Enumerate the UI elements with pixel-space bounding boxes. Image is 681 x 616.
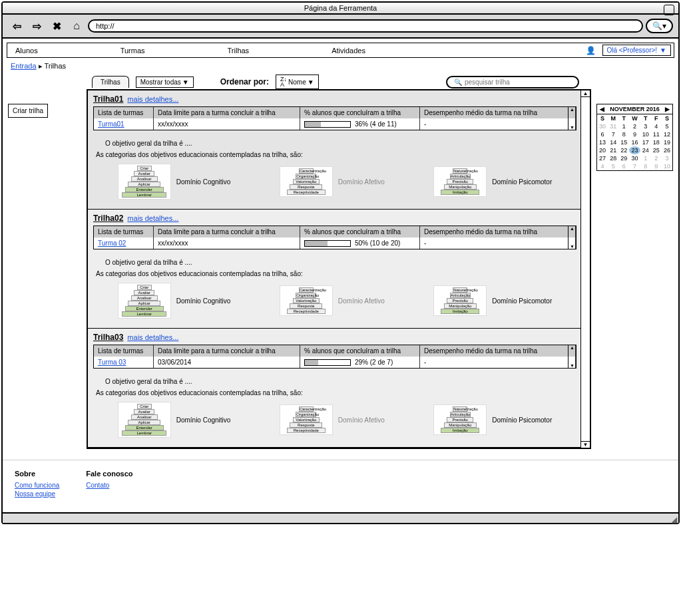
- browser-search-button[interactable]: 🔍▾: [646, 19, 673, 33]
- turma-link[interactable]: Turma01: [98, 120, 124, 128]
- nav-alunos[interactable]: Alunos: [7, 44, 46, 57]
- footer-como-funciona[interactable]: Como funciona: [15, 482, 59, 489]
- dominio-cognitivo-label: Domínio Cognitivo: [176, 178, 231, 186]
- cal-day[interactable]: 24: [640, 146, 651, 154]
- breadcrumb-entrada[interactable]: Entrada: [11, 62, 37, 70]
- turma-link[interactable]: Turma 02: [98, 239, 126, 247]
- th-desempenho: Desempenho médio da turma na trilha: [420, 345, 576, 357]
- filter-dropdown[interactable]: Mostrar todas▼: [136, 77, 194, 88]
- pyramid-icon: CaracterizaçãoOrganizaçãoValorizaçãoResp…: [280, 285, 333, 316]
- cal-day[interactable]: 18: [651, 138, 662, 146]
- th-deadline: Data limite para a turma concluir a tril…: [154, 226, 300, 237]
- mais-detalhes-link[interactable]: mais detalhes...: [127, 214, 178, 222]
- trilha-table: Lista de turmas Data limite para a turma…: [93, 345, 576, 369]
- cal-day-next[interactable]: 5: [608, 162, 618, 170]
- dominio-psicomotor-label: Domínio Psicomotor: [492, 416, 552, 424]
- footer-fale-heading: Fale conosco: [86, 470, 132, 478]
- cal-dow: F: [651, 114, 662, 122]
- back-button[interactable]: ⇦: [8, 17, 25, 35]
- cal-day[interactable]: 12: [662, 130, 672, 138]
- mais-detalhes-link[interactable]: mais detalhes...: [127, 95, 178, 103]
- sort-label: Ordenar por:: [220, 77, 269, 86]
- cal-day[interactable]: 30: [629, 154, 640, 162]
- cal-day-next[interactable]: 3: [662, 154, 672, 162]
- pyramid-icon: NaturalizaçãoArticulaçãoPrecisãoManipula…: [433, 404, 487, 435]
- forward-button[interactable]: ⇨: [28, 17, 45, 35]
- cal-day[interactable]: 14: [608, 138, 618, 146]
- cal-day-prev[interactable]: 30: [597, 122, 608, 130]
- cal-day[interactable]: 21: [608, 146, 618, 154]
- desempenho-value: -: [420, 118, 576, 130]
- cal-prev[interactable]: ◀: [600, 106, 604, 112]
- table-scrollbar[interactable]: [568, 107, 576, 130]
- cal-day[interactable]: 15: [618, 138, 629, 146]
- cal-day[interactable]: 9: [629, 130, 640, 138]
- breadcrumb-current: Trilhas: [44, 62, 66, 70]
- cal-day-next[interactable]: 6: [618, 162, 629, 170]
- cal-day-next[interactable]: 4: [597, 162, 608, 170]
- cal-day[interactable]: 19: [662, 138, 672, 146]
- cal-day[interactable]: 5: [662, 122, 672, 130]
- cal-day[interactable]: 2: [629, 122, 640, 130]
- cal-day[interactable]: 25: [651, 146, 662, 154]
- cal-day[interactable]: 10: [640, 130, 651, 138]
- cal-day-next[interactable]: 2: [651, 154, 662, 162]
- user-dropdown[interactable]: Olá <Professor>!▼: [602, 45, 672, 56]
- cal-day[interactable]: 1: [618, 122, 629, 130]
- tab-trilhas[interactable]: Trilhas: [92, 76, 129, 88]
- create-trilha-button[interactable]: Criar trilha: [8, 104, 48, 118]
- table-scrollbar[interactable]: [568, 345, 576, 368]
- th-progress: % alunos que concluíram a trilha: [300, 345, 420, 357]
- cal-day-next[interactable]: 8: [640, 162, 651, 170]
- cal-next[interactable]: ▶: [665, 106, 670, 112]
- cal-day[interactable]: 23: [629, 146, 640, 154]
- footer-nossa-equipe[interactable]: Nossa equipe: [15, 490, 59, 498]
- footer: Sobre Como funciona Nossa equipe Fale co…: [3, 460, 678, 512]
- nav-turmas[interactable]: Turmas: [113, 44, 153, 57]
- cal-day[interactable]: 17: [640, 138, 651, 146]
- cal-day[interactable]: 20: [597, 146, 608, 154]
- deadline-value: xx/xx/xxxx: [154, 118, 300, 130]
- trilha-card: Trilha01mais detalhes... Lista de turmas…: [88, 90, 590, 210]
- cal-day-next[interactable]: 9: [651, 162, 662, 170]
- cal-day[interactable]: 4: [651, 122, 662, 130]
- cal-day[interactable]: 11: [651, 130, 662, 138]
- cal-day[interactable]: 3: [640, 122, 651, 130]
- content-scrollbar[interactable]: [580, 90, 590, 448]
- cal-day[interactable]: 26: [662, 146, 672, 154]
- table-scrollbar[interactable]: [568, 226, 576, 249]
- cal-dow: S: [662, 114, 672, 122]
- cal-day[interactable]: 16: [629, 138, 640, 146]
- search-icon: 🔍: [454, 78, 462, 86]
- cal-day[interactable]: 8: [618, 130, 629, 138]
- cal-dow: T: [618, 114, 629, 122]
- nav-trilhas[interactable]: Trilhas: [220, 44, 258, 57]
- search-trilha-input[interactable]: 🔍: [446, 76, 579, 88]
- main-nav: Alunos Turmas Trilhas Atividades 👤 Olá <…: [7, 43, 674, 58]
- turma-link[interactable]: Turma 03: [98, 359, 126, 366]
- cal-day[interactable]: 6: [597, 130, 608, 138]
- calendar-widget[interactable]: ◀ NOVEMBER 2016 ▶ SMTWTFS303112345678910…: [596, 104, 673, 171]
- stop-button[interactable]: ✖: [48, 17, 65, 35]
- url-input[interactable]: http://: [88, 19, 643, 33]
- cal-day-next[interactable]: 1: [640, 154, 651, 162]
- nav-atividades[interactable]: Atividades: [324, 44, 373, 57]
- cal-day[interactable]: 7: [608, 130, 618, 138]
- th-progress: % alunos que concluíram a trilha: [300, 107, 420, 118]
- mais-detalhes-link[interactable]: mais detalhes...: [127, 333, 178, 341]
- trilha-card: Trilha03mais detalhes... Lista de turmas…: [88, 329, 590, 448]
- cal-day-next[interactable]: 10: [662, 162, 672, 170]
- cal-day[interactable]: 29: [618, 154, 629, 162]
- cal-day[interactable]: 27: [597, 154, 608, 162]
- cal-day[interactable]: 13: [597, 138, 608, 146]
- cal-day[interactable]: 22: [618, 146, 629, 154]
- pyramid-icon: CriarAvaliarAnalisarAplicarEntenderLembr…: [118, 164, 171, 200]
- cal-day[interactable]: 28: [608, 154, 618, 162]
- footer-contato[interactable]: Contato: [86, 482, 132, 489]
- cal-day-next[interactable]: 7: [629, 162, 640, 170]
- pyramid-icon: NaturalizaçãoArticulaçãoPrecisãoManipula…: [433, 285, 487, 316]
- home-button[interactable]: ⌂: [68, 17, 85, 35]
- sort-dropdown[interactable]: Z↓A Nome▼: [276, 75, 319, 89]
- cal-day-prev[interactable]: 31: [608, 122, 618, 130]
- th-deadline: Data limite para a turma concluir a tril…: [154, 345, 300, 357]
